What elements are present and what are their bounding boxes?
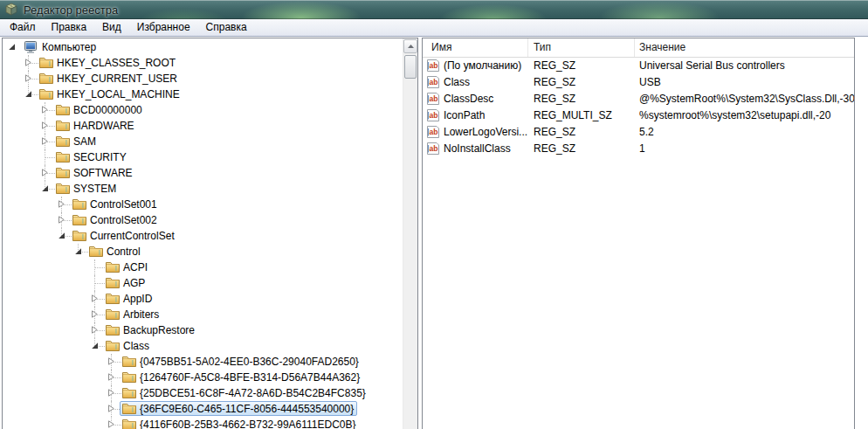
expand-arrow-icon[interactable] bbox=[107, 373, 115, 381]
menu-item[interactable]: Вид bbox=[94, 19, 129, 36]
menu-item[interactable]: Файл bbox=[2, 19, 44, 36]
tree-item[interactable]: {1264760F-A5C8-4BFE-B314-D56A7B44A362} bbox=[3, 370, 403, 385]
tree-item[interactable]: {4116F60B-25B3-4662-B732-99A6111EDC0B} bbox=[3, 417, 403, 429]
tree-item[interactable]: SOFTWARE bbox=[3, 165, 403, 181]
scroll-up-button[interactable] bbox=[403, 39, 417, 53]
column-header-type[interactable]: Тип bbox=[528, 38, 635, 57]
regedit-icon[interactable] bbox=[4, 3, 18, 17]
registry-value-row[interactable]: abClassDescREG_SZ@%SystemRoot%\System32\… bbox=[423, 91, 854, 107]
menu-item[interactable]: Правка bbox=[44, 19, 95, 36]
tree-item-label: {1264760F-A5C8-4BFE-B314-D56A7B44A362} bbox=[140, 371, 360, 384]
tree-item[interactable]: Control bbox=[3, 244, 403, 259]
tree-item-content: Arbiters bbox=[103, 307, 162, 322]
collapse-arrow-icon[interactable] bbox=[74, 247, 82, 255]
tree-item[interactable]: HKEY_LOCAL_MACHINE bbox=[3, 86, 403, 102]
collapse-arrow-icon[interactable] bbox=[58, 232, 65, 239]
tree-item[interactable]: {25DBCE51-6C8F-4A72-8A6D-B54C2B4FC835} bbox=[3, 385, 403, 401]
tree-item-content: {1264760F-A5C8-4BFE-B314-D56A7B44A362} bbox=[120, 370, 363, 384]
tree-item[interactable]: ControlSet002 bbox=[3, 212, 403, 228]
svg-text:ab: ab bbox=[430, 94, 438, 103]
title-bar[interactable]: Редактор реестра bbox=[0, 0, 868, 19]
folder-icon bbox=[72, 230, 86, 241]
tree-item[interactable]: ACPI bbox=[3, 259, 403, 275]
expand-arrow-icon[interactable] bbox=[41, 106, 49, 114]
expand-arrow-icon[interactable] bbox=[107, 405, 115, 412]
tree-item[interactable]: CurrentControlSet bbox=[3, 228, 403, 244]
tree-item-content: HARDWARE bbox=[53, 118, 138, 133]
values-pane: Имя Тип Значение ab(По умолчанию)REG_SZU… bbox=[422, 38, 855, 429]
folder-icon bbox=[56, 151, 70, 163]
folder-icon bbox=[39, 88, 53, 100]
tree-item[interactable]: AGP bbox=[3, 275, 403, 291]
tree-item-label: Компьютер bbox=[42, 41, 96, 53]
tree-item[interactable]: ControlSet001 bbox=[3, 197, 403, 212]
value-type: REG_SZ bbox=[534, 141, 575, 157]
menu-item[interactable]: Избранное bbox=[129, 19, 198, 36]
tree-item-content: Class bbox=[103, 338, 153, 353]
folder-icon bbox=[122, 371, 136, 383]
registry-value-row[interactable]: abLowerLogoVersi...REG_SZ5.2 bbox=[423, 124, 854, 141]
value-data: USB bbox=[639, 74, 661, 91]
column-header-value[interactable]: Значение bbox=[635, 38, 854, 57]
scroll-thumb[interactable] bbox=[404, 55, 417, 79]
tree-item[interactable]: HARDWARE bbox=[3, 118, 403, 134]
collapse-arrow-icon[interactable] bbox=[41, 184, 49, 192]
reg-sz-icon: ab bbox=[426, 93, 440, 105]
expand-arrow-icon[interactable] bbox=[91, 326, 99, 334]
folder-icon bbox=[39, 73, 53, 84]
expand-arrow-icon[interactable] bbox=[24, 74, 32, 82]
value-data: Universal Serial Bus controllers bbox=[639, 58, 785, 74]
tree-item[interactable]: Class bbox=[3, 338, 403, 354]
expand-arrow-icon[interactable] bbox=[24, 59, 32, 66]
expand-arrow-icon[interactable] bbox=[107, 420, 115, 428]
tree-item[interactable]: Компьютер bbox=[3, 39, 403, 55]
expand-arrow-icon[interactable] bbox=[41, 121, 49, 129]
folder-icon bbox=[106, 277, 120, 288]
tree-item[interactable]: BCD00000000 bbox=[3, 102, 403, 118]
folder-icon bbox=[56, 104, 70, 115]
value-type: REG_SZ bbox=[534, 124, 575, 141]
menu-item[interactable]: Справка bbox=[198, 19, 255, 36]
expand-arrow-icon[interactable] bbox=[107, 357, 115, 365]
tree-item[interactable]: SAM bbox=[3, 134, 403, 149]
folder-icon bbox=[39, 57, 53, 68]
reg-sz-icon: ab bbox=[426, 76, 440, 88]
collapse-arrow-icon[interactable] bbox=[24, 90, 32, 98]
tree-item[interactable]: {36FC9E60-C465-11CF-8056-444553540000} bbox=[3, 401, 403, 417]
expand-arrow-icon[interactable] bbox=[41, 169, 49, 176]
tree-item[interactable]: BackupRestore bbox=[3, 322, 403, 338]
tree-item[interactable]: {0475BB51-5A02-4EE0-B36C-29040FAD2650} bbox=[3, 354, 403, 370]
column-header-name[interactable]: Имя bbox=[423, 38, 528, 57]
collapse-arrow-icon[interactable] bbox=[91, 342, 99, 349]
tree-item-label: {36FC9E60-C465-11CF-8056-444553540000} bbox=[140, 403, 354, 415]
tree-item[interactable]: HKEY_CURRENT_USER bbox=[3, 71, 403, 86]
tree-item[interactable]: AppID bbox=[3, 291, 403, 307]
expand-arrow-icon[interactable] bbox=[91, 310, 99, 318]
folder-icon bbox=[106, 340, 120, 351]
tree-item-label: HKEY_CURRENT_USER bbox=[57, 73, 177, 85]
tree-item-content: HKEY_CLASSES_ROOT bbox=[37, 55, 179, 70]
expand-arrow-icon[interactable] bbox=[91, 294, 99, 302]
tree-scrollbar[interactable] bbox=[403, 38, 417, 429]
svg-text:ab: ab bbox=[430, 111, 438, 120]
collapse-arrow-icon[interactable] bbox=[8, 43, 16, 51]
registry-value-row[interactable]: abClassREG_SZUSB bbox=[423, 74, 854, 91]
tree-item[interactable]: HKEY_CLASSES_ROOT bbox=[3, 55, 403, 71]
folder-icon bbox=[122, 356, 136, 367]
expand-arrow-icon[interactable] bbox=[58, 216, 65, 224]
expand-arrow-icon[interactable] bbox=[41, 137, 49, 145]
tree-item[interactable]: Arbiters bbox=[3, 307, 403, 322]
value-type: REG_SZ bbox=[534, 74, 575, 91]
tree-item[interactable]: SYSTEM bbox=[3, 181, 403, 197]
tree-item-label: BCD00000000 bbox=[73, 104, 142, 116]
registry-value-row[interactable]: abIconPathREG_MULTI_SZ%systemroot%\syste… bbox=[423, 107, 854, 124]
tree-item[interactable]: SECURITY bbox=[3, 149, 403, 165]
expand-arrow-icon[interactable] bbox=[107, 389, 115, 397]
registry-value-row[interactable]: abNoInstallClassREG_SZ1 bbox=[423, 141, 854, 157]
tree-item-label: ControlSet002 bbox=[90, 214, 157, 226]
registry-value-row[interactable]: ab(По умолчанию)REG_SZUniversal Serial B… bbox=[423, 58, 854, 74]
expand-arrow-icon[interactable] bbox=[58, 200, 65, 208]
folder-icon bbox=[72, 214, 86, 225]
tree-item-label: HARDWARE bbox=[73, 120, 134, 132]
value-data: @%SystemRoot%\System32\SysClass.Dll,-302… bbox=[639, 91, 855, 107]
